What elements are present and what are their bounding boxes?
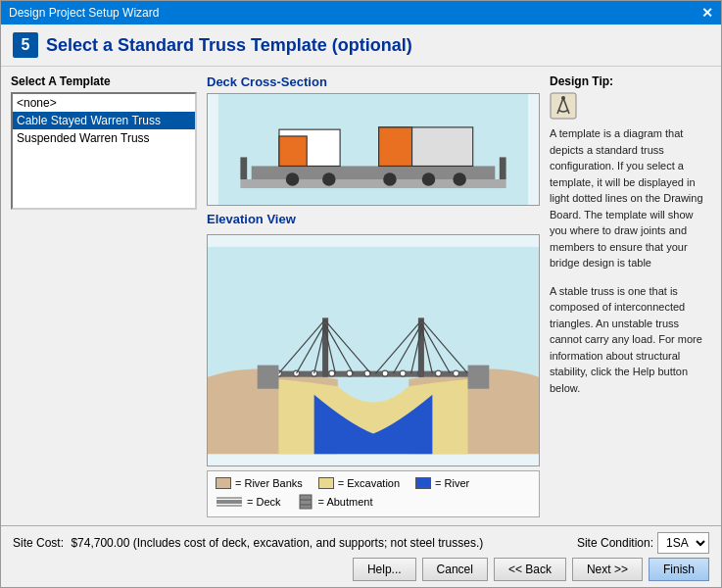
- svg-point-7: [286, 172, 300, 186]
- cross-section-svg: [208, 94, 539, 205]
- legend-excavation: = Excavation: [318, 477, 400, 489]
- site-condition: Site Condition: 1SA: [577, 532, 709, 554]
- step-header: 5 Select a Standard Truss Template (opti…: [1, 24, 721, 67]
- template-list-heading: Select A Template: [11, 74, 197, 88]
- title-bar: Design Project Setup Wizard ✕: [1, 1, 721, 24]
- cross-section-box: [207, 93, 540, 206]
- elevation-box: [207, 234, 540, 466]
- legend-deck: = Deck: [216, 496, 281, 508]
- cost-label: Site Cost:: [13, 536, 64, 550]
- svg-rect-41: [258, 366, 279, 389]
- help-button[interactable]: Help...: [353, 558, 416, 581]
- svg-rect-6: [279, 136, 307, 167]
- svg-point-22: [382, 370, 388, 376]
- svg-rect-43: [217, 500, 242, 504]
- cost-value: $74,700.00 (Includes cost of deck, excav…: [71, 536, 483, 550]
- legend-deck-label: = Deck: [247, 496, 281, 508]
- legend-excavation-box: [318, 477, 334, 489]
- svg-rect-2: [240, 179, 505, 188]
- svg-point-26: [453, 370, 458, 376]
- legend-river-box: [415, 477, 431, 489]
- design-tip-title: Design Tip:: [550, 74, 711, 88]
- svg-point-23: [400, 370, 406, 376]
- compass-icon: [550, 92, 577, 120]
- cancel-button[interactable]: Cancel: [422, 558, 488, 581]
- svg-point-52: [561, 96, 565, 100]
- elevation-title: Elevation View: [207, 212, 540, 226]
- template-list[interactable]: <none> Cable Stayed Warren Truss Suspend…: [11, 92, 197, 210]
- legend-river-label: = River: [435, 477, 469, 489]
- template-item-none[interactable]: <none>: [13, 94, 195, 112]
- svg-rect-42: [468, 366, 490, 389]
- svg-rect-4: [500, 157, 506, 179]
- legend-abutment-label: = Abutment: [318, 496, 373, 508]
- svg-point-13: [453, 172, 466, 186]
- legend-excavation-label: = Excavation: [338, 477, 400, 489]
- svg-rect-46: [300, 495, 312, 509]
- elevation-section: Elevation View: [207, 212, 540, 517]
- legend-deck-icon: [216, 496, 243, 508]
- legend-river: = River: [415, 477, 469, 489]
- right-panel: Design Tip: A template is a diagram that…: [550, 74, 711, 517]
- cost-info: Site Cost: $74,700.00 (Includes cost of …: [13, 536, 483, 550]
- svg-rect-10: [379, 127, 412, 167]
- left-panel: Select A Template <none> Cable Stayed Wa…: [11, 74, 197, 517]
- elevation-svg: [208, 235, 539, 466]
- svg-point-11: [383, 172, 397, 186]
- footer: Site Cost: $74,700.00 (Includes cost of …: [1, 525, 721, 587]
- footer-cost-row: Site Cost: $74,700.00 (Includes cost of …: [13, 532, 709, 554]
- legend-abutment-icon: [297, 493, 314, 511]
- site-condition-select[interactable]: 1SA: [657, 532, 709, 554]
- legend-row-1: = River Banks = Excavation = River: [216, 477, 531, 489]
- legend-river-banks-box: [216, 477, 231, 489]
- legend-river-banks: = River Banks: [216, 477, 303, 489]
- legend: = River Banks = Excavation = River: [207, 470, 540, 517]
- step-title: Select a Standard Truss Template (option…: [46, 35, 412, 56]
- site-condition-label: Site Condition:: [577, 536, 653, 550]
- cross-section-title: Deck Cross-Section: [207, 74, 540, 89]
- svg-point-12: [422, 172, 436, 186]
- center-panel: Deck Cross-Section: [207, 74, 540, 517]
- step-number: 5: [13, 32, 38, 58]
- footer-buttons: Help... Cancel << Back Next >> Finish: [13, 558, 709, 581]
- close-button[interactable]: ✕: [701, 5, 713, 21]
- design-tip-header: [550, 92, 711, 120]
- main-window: Design Project Setup Wizard ✕ 5 Select a…: [0, 0, 722, 588]
- tip-paragraph-1: A template is a diagram that depicts a s…: [550, 125, 711, 271]
- legend-river-banks-label: = River Banks: [235, 477, 303, 489]
- template-item-cable-stayed[interactable]: Cable Stayed Warren Truss: [13, 112, 195, 129]
- finish-button[interactable]: Finish: [649, 558, 709, 581]
- template-item-suspended[interactable]: Suspended Warren Truss: [13, 129, 195, 147]
- svg-point-25: [435, 370, 441, 376]
- svg-point-8: [322, 172, 336, 186]
- tip-paragraph-2: A stable truss is one that is composed o…: [550, 283, 711, 397]
- cross-section-section: Deck Cross-Section: [207, 74, 540, 206]
- legend-row-2: = Deck = Abutment: [216, 493, 531, 511]
- main-content: Select A Template <none> Cable Stayed Wa…: [1, 67, 721, 525]
- svg-point-19: [329, 370, 335, 376]
- back-button[interactable]: << Back: [494, 558, 566, 581]
- legend-abutment: = Abutment: [297, 493, 373, 511]
- next-button[interactable]: Next >>: [572, 558, 643, 581]
- svg-rect-3: [240, 157, 247, 179]
- window-title: Design Project Setup Wizard: [9, 6, 159, 20]
